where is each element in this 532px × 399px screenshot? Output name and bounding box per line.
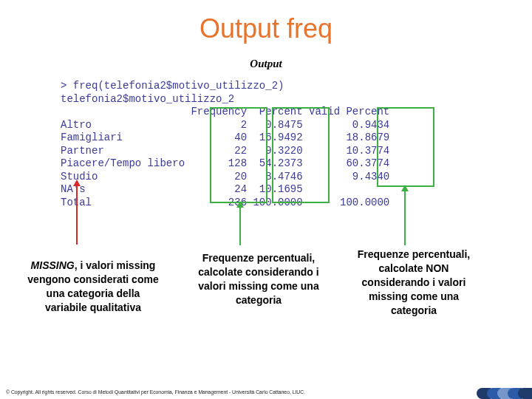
annotation-valid-percent: Frequenze percentuali, calcolate NON con… bbox=[347, 248, 480, 317]
console-output: > freq(telefonia2$motivo_utilizzo_2) tel… bbox=[61, 80, 389, 209]
output-subtitle: Output bbox=[0, 58, 532, 70]
arrow-missing-icon bbox=[76, 185, 78, 245]
footer-decoration bbox=[480, 388, 532, 399]
footer-copyright: © Copyright. All rights reserved. Corso … bbox=[6, 389, 305, 395]
annotation-missing: MISSING, i valori missing vengono consid… bbox=[27, 259, 160, 315]
arrow-percent-icon bbox=[239, 207, 241, 245]
page-title: Output freq bbox=[0, 13, 532, 44]
annotation-missing-keyword: MISSING bbox=[31, 259, 75, 271]
annotation-percent: Frequenze percentuali, calcolate conside… bbox=[192, 251, 325, 307]
arrow-valid-percent-icon bbox=[404, 191, 406, 245]
deco-chip-icon bbox=[518, 388, 532, 399]
